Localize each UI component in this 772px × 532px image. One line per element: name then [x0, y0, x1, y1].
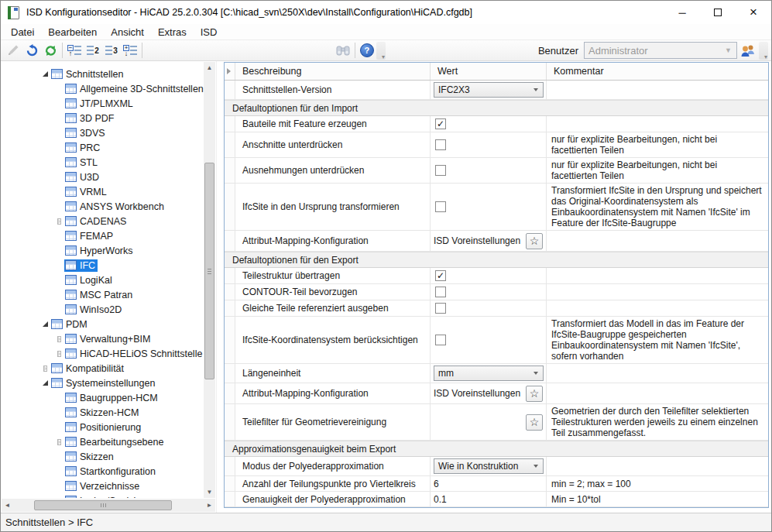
tree-item-skizzen[interactable]: Skizzen — [1, 449, 204, 464]
row-indicator[interactable] — [225, 317, 235, 363]
tree-item-jt-plmxml[interactable]: JT/PLMXML — [1, 96, 204, 111]
menu-item-ansicht[interactable]: Ansicht — [104, 25, 151, 39]
row-indicator[interactable] — [225, 284, 235, 300]
tree-item-ifc[interactable]: IFC — [1, 258, 204, 273]
value-checkbox[interactable] — [435, 118, 446, 129]
scroll-down-icon[interactable]: ▼ — [204, 486, 215, 498]
expand-level2-button[interactable]: 2 — [84, 42, 102, 60]
tree-item-3dvs[interactable]: 3DVS — [1, 125, 204, 140]
menu-item-isd[interactable]: ISD — [194, 25, 225, 39]
row-indicator[interactable] — [225, 268, 235, 283]
tree-item-3d-pdf[interactable]: 3D PDF — [1, 111, 204, 125]
row-indicator[interactable] — [225, 132, 235, 157]
value-checkbox[interactable] — [435, 201, 446, 212]
expand-all-button[interactable]: +↓ — [121, 42, 139, 60]
tree-item-msc-patran[interactable]: MSC Patran — [1, 287, 204, 302]
column-header-kommentar[interactable]: Kommentar — [547, 63, 768, 80]
row-indicator[interactable] — [225, 116, 235, 132]
row-indicator[interactable] — [225, 383, 235, 403]
value-text[interactable]: 0.1 — [434, 494, 447, 505]
menu-item-datei[interactable]: Datei — [4, 25, 41, 39]
maximize-button[interactable] — [700, 1, 736, 24]
tree-item-cadenas[interactable]: CADENAS — [1, 214, 204, 228]
star-picker-button[interactable] — [526, 233, 543, 249]
star-picker-button[interactable] — [526, 386, 543, 402]
value-checkbox[interactable] — [435, 287, 446, 297]
tree-expander-closed-icon[interactable] — [53, 351, 64, 357]
edit-pencil-button[interactable] — [4, 42, 22, 60]
tree-item-kompatibilit-t[interactable]: Kompatibilität — [1, 361, 204, 376]
scroll-left-icon[interactable]: ◄ — [2, 499, 13, 511]
tree-item-laden-speichern[interactable]: Laden/Speichern — [1, 493, 204, 498]
user-toolbar-overflow-button[interactable] — [759, 42, 768, 60]
tree-item-baugruppen-hcm[interactable]: Baugruppen-HCM — [1, 390, 204, 405]
row-indicator[interactable] — [225, 457, 235, 475]
tree-item-stl[interactable]: STL — [1, 155, 204, 170]
star-picker-button[interactable] — [526, 414, 543, 431]
tree-horizontal-scrollbar[interactable]: ◄ ► — [2, 499, 215, 512]
value-checkbox[interactable] — [435, 270, 446, 281]
column-header-wert[interactable]: Wert — [431, 63, 547, 80]
tree-expander-closed-icon[interactable] — [39, 366, 50, 372]
row-indicator[interactable] — [225, 158, 235, 183]
value-dropdown[interactable]: Wie in Konstruktion — [434, 458, 544, 474]
tree-item-winiso2d[interactable]: WinIso2D — [1, 302, 204, 317]
minimize-button[interactable]: ─ — [664, 1, 700, 24]
tree-vertical-scrollbar[interactable]: ▲ ▼ — [204, 62, 215, 498]
toolbar-overflow-button[interactable] — [376, 42, 386, 60]
value-checkbox[interactable] — [435, 165, 446, 176]
tree-item-hicad-helios-schnittstelle[interactable]: HiCAD-HELiOS Schnittstelle — [1, 346, 204, 361]
row-indicator[interactable] — [225, 300, 235, 316]
row-indicator[interactable] — [225, 81, 235, 99]
menu-item-extras[interactable]: Extras — [151, 25, 194, 39]
expand-level3-button[interactable]: 3 — [102, 42, 121, 60]
close-button[interactable]: × — [736, 1, 771, 24]
tree-item-startkonfiguration[interactable]: Startkonfiguration — [1, 464, 204, 479]
scroll-right-icon[interactable]: ► — [204, 499, 215, 511]
tree-item-vrml[interactable]: VRML — [1, 184, 204, 199]
tree-item-pdm[interactable]: PDM — [1, 317, 204, 331]
tree-item-u3d[interactable]: U3D — [1, 170, 204, 184]
tree-item-schnittstellen[interactable]: Schnittstellen — [1, 67, 204, 81]
row-indicator[interactable] — [225, 231, 235, 251]
menu-item-bearbeiten[interactable]: Bearbeiten — [41, 25, 104, 39]
collapse-all-button[interactable]: −↑ — [65, 42, 84, 60]
row-indicator[interactable] — [225, 364, 235, 383]
value-checkbox[interactable] — [435, 335, 446, 345]
row-indicator[interactable] — [225, 492, 235, 506]
value-dropdown[interactable]: mm — [434, 366, 544, 381]
tree-expander-closed-icon[interactable] — [53, 336, 64, 342]
value-dropdown[interactable]: IFC2X3 — [434, 82, 544, 98]
scrollbar-thumb[interactable] — [34, 500, 172, 510]
tree-item-ansys-workbench[interactable]: ANSYS Workbench — [1, 199, 204, 214]
value-checkbox[interactable] — [435, 303, 446, 314]
value-checkbox[interactable] — [435, 139, 446, 150]
row-indicator[interactable] — [225, 404, 235, 440]
tree-expander-open-icon[interactable] — [39, 380, 50, 386]
tree-expander-open-icon[interactable] — [39, 321, 50, 327]
undo-button[interactable] — [22, 42, 41, 60]
tree-expander-open-icon[interactable] — [39, 71, 50, 77]
scroll-up-icon[interactable]: ▲ — [204, 62, 215, 74]
user-select[interactable]: Administrator ▼ — [584, 42, 737, 59]
column-header-beschreibung[interactable]: Beschreibung — [235, 63, 431, 80]
scrollbar-thumb[interactable] — [204, 163, 214, 379]
users-button[interactable] — [737, 42, 759, 60]
search-button[interactable] — [334, 42, 352, 60]
row-indicator[interactable] — [225, 184, 235, 230]
tree-item-positionierung[interactable]: Positionierung — [1, 420, 204, 434]
tree-item-bearbeitungsebene[interactable]: Bearbeitungsebene — [1, 434, 204, 449]
tree-expander-closed-icon[interactable] — [53, 439, 64, 445]
tree-item-verwaltung-bim[interactable]: Verwaltung+BIM — [1, 331, 204, 346]
help-button[interactable]: ? — [358, 42, 376, 60]
tree-item-verzeichnisse[interactable]: Verzeichnisse — [1, 479, 204, 493]
tree-item-logikal[interactable]: LogiKal — [1, 273, 204, 287]
row-indicator[interactable] — [225, 476, 235, 491]
refresh-button[interactable] — [41, 42, 60, 60]
tree-item-prc[interactable]: PRC — [1, 140, 204, 155]
tree-item-allgemeine-3d-schnittstellen[interactable]: Allgemeine 3D-Schnittstellen — [1, 81, 204, 96]
tree-expander-closed-icon[interactable] — [53, 218, 64, 225]
value-text[interactable]: 6 — [434, 479, 439, 489]
tree-item-skizzen-hcm[interactable]: Skizzen-HCM — [1, 405, 204, 420]
tree-item-systemeinstellungen[interactable]: Systemeinstellungen — [1, 376, 204, 390]
